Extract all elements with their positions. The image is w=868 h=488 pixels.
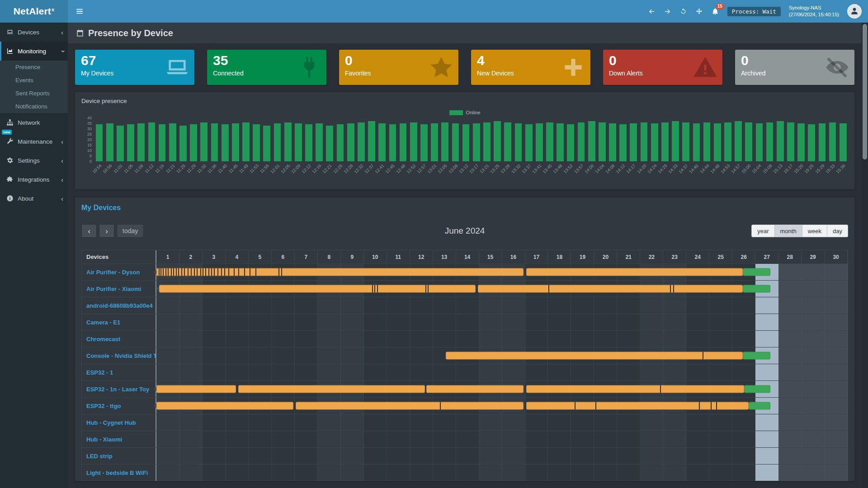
day-cell[interactable] xyxy=(433,297,456,314)
day-cell[interactable] xyxy=(617,465,640,481)
presence-bar[interactable] xyxy=(743,352,770,360)
day-cell[interactable] xyxy=(525,314,548,330)
day-cell[interactable] xyxy=(295,297,318,314)
day-cell[interactable] xyxy=(825,431,848,447)
day-cell[interactable] xyxy=(272,347,295,364)
presence-bar[interactable] xyxy=(238,385,425,393)
day-cell[interactable] xyxy=(318,347,341,364)
day-cell[interactable] xyxy=(341,448,364,464)
day-cell[interactable] xyxy=(295,364,318,380)
day-cell[interactable] xyxy=(318,465,341,481)
day-cell[interactable] xyxy=(732,314,755,330)
day-cell[interactable] xyxy=(755,314,778,330)
sidebar-subitem-events[interactable]: Events xyxy=(0,74,68,87)
day-cell[interactable] xyxy=(156,331,179,347)
tile-archived[interactable]: 0Archived xyxy=(735,50,854,85)
day-cell[interactable] xyxy=(226,314,249,330)
day-cell[interactable] xyxy=(433,314,456,330)
device-name[interactable]: android-68608b93a00e4 xyxy=(82,297,156,314)
day-cell[interactable] xyxy=(318,364,341,380)
day-cell[interactable] xyxy=(802,364,825,380)
day-cell[interactable] xyxy=(709,297,732,314)
day-cell[interactable] xyxy=(433,465,456,481)
sidebar-item-network[interactable]: Network xyxy=(0,113,68,132)
day-cell[interactable] xyxy=(548,297,571,314)
day-cell[interactable] xyxy=(594,465,617,481)
day-cell[interactable] xyxy=(249,431,272,447)
day-cell[interactable] xyxy=(825,465,848,481)
device-name[interactable]: Chromecast xyxy=(82,331,156,347)
day-cell[interactable] xyxy=(825,364,848,380)
view-week-button[interactable]: week xyxy=(802,225,827,237)
presence-bar[interactable] xyxy=(296,402,524,410)
day-cell[interactable] xyxy=(179,347,203,364)
sidebar-item-maintenance[interactable]: Maintenancenew‹ xyxy=(0,132,68,151)
day-cell[interactable] xyxy=(571,414,594,431)
day-cell[interactable] xyxy=(433,331,456,347)
day-cell[interactable] xyxy=(755,297,778,314)
day-cell[interactable] xyxy=(226,465,249,481)
day-cell[interactable] xyxy=(364,297,387,314)
day-cell[interactable] xyxy=(318,414,341,431)
day-cell[interactable] xyxy=(341,347,364,364)
day-cell[interactable] xyxy=(295,314,318,330)
day-cell[interactable] xyxy=(502,448,525,464)
day-cell[interactable] xyxy=(479,314,502,330)
calendar-today-button[interactable]: today xyxy=(117,224,144,238)
day-cell[interactable] xyxy=(802,331,825,347)
day-cell[interactable] xyxy=(502,465,525,481)
day-cell[interactable] xyxy=(617,431,640,447)
day-cell[interactable] xyxy=(802,465,825,481)
day-cell[interactable] xyxy=(548,465,571,481)
day-cell[interactable] xyxy=(755,431,778,447)
day-cell[interactable] xyxy=(778,364,802,380)
day-cell[interactable] xyxy=(456,465,479,481)
day-cell[interactable] xyxy=(156,448,179,464)
view-year-button[interactable]: year xyxy=(751,225,774,237)
day-cell[interactable] xyxy=(663,364,686,380)
day-cell[interactable] xyxy=(295,448,318,464)
day-cell[interactable] xyxy=(571,364,594,380)
presence-bar[interactable] xyxy=(156,402,293,410)
day-cell[interactable] xyxy=(802,448,825,464)
day-cell[interactable] xyxy=(825,347,848,364)
day-cell[interactable] xyxy=(387,297,410,314)
day-cell[interactable] xyxy=(502,297,525,314)
day-cell[interactable] xyxy=(686,448,709,464)
day-cell[interactable] xyxy=(272,331,295,347)
day-cell[interactable] xyxy=(525,448,548,464)
sidebar-item-settings[interactable]: Settings‹ xyxy=(0,151,68,170)
day-cell[interactable] xyxy=(295,465,318,481)
day-cell[interactable] xyxy=(548,364,571,380)
calendar-prev-button[interactable]: ‹ xyxy=(81,224,97,238)
day-cell[interactable] xyxy=(272,297,295,314)
day-cell[interactable] xyxy=(686,465,709,481)
day-cell[interactable] xyxy=(410,297,433,314)
day-cell[interactable] xyxy=(617,414,640,431)
day-cell[interactable] xyxy=(825,414,848,431)
day-cell[interactable] xyxy=(156,347,179,364)
day-cell[interactable] xyxy=(732,431,755,447)
day-cell[interactable] xyxy=(341,331,364,347)
day-cell[interactable] xyxy=(272,431,295,447)
day-cell[interactable] xyxy=(778,398,802,414)
day-cell[interactable] xyxy=(203,314,226,330)
day-cell[interactable] xyxy=(249,314,272,330)
day-cell[interactable] xyxy=(433,364,456,380)
tile-my-devices[interactable]: 67My Devices xyxy=(75,50,194,85)
arrows-move-icon[interactable] xyxy=(695,8,703,15)
day-cell[interactable] xyxy=(364,431,387,447)
sidebar-item-monitoring[interactable]: Monitoring‹ xyxy=(0,42,68,61)
day-cell[interactable] xyxy=(226,414,249,431)
day-cell[interactable] xyxy=(663,331,686,347)
day-cell[interactable] xyxy=(249,465,272,481)
day-cell[interactable] xyxy=(548,331,571,347)
day-cell[interactable] xyxy=(802,398,825,414)
day-cell[interactable] xyxy=(433,431,456,447)
day-cell[interactable] xyxy=(825,297,848,314)
day-cell[interactable] xyxy=(156,364,179,380)
device-name[interactable]: ESP32 - 1n - Laser Toy xyxy=(82,381,156,397)
presence-bar[interactable] xyxy=(478,285,743,293)
day-cell[interactable] xyxy=(387,448,410,464)
day-cell[interactable] xyxy=(617,331,640,347)
